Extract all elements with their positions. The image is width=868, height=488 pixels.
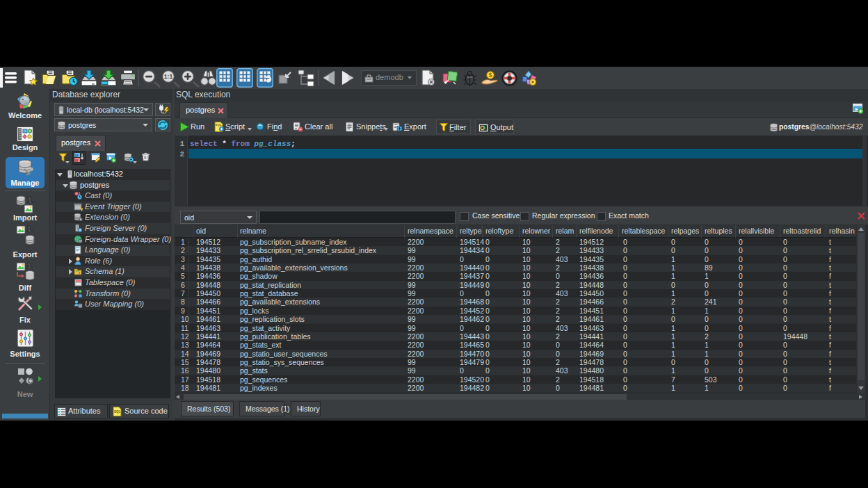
svg-text:1:1: 1:1 — [164, 73, 173, 80]
svg-text:N: N — [75, 158, 78, 162]
svg-text:1: 1 — [79, 192, 81, 195]
svg-text:SQL: SQL — [216, 123, 222, 127]
svg-text:M: M — [75, 154, 79, 158]
svg-text:SQL: SQL — [114, 410, 121, 414]
svg-text:$: $ — [488, 72, 492, 79]
